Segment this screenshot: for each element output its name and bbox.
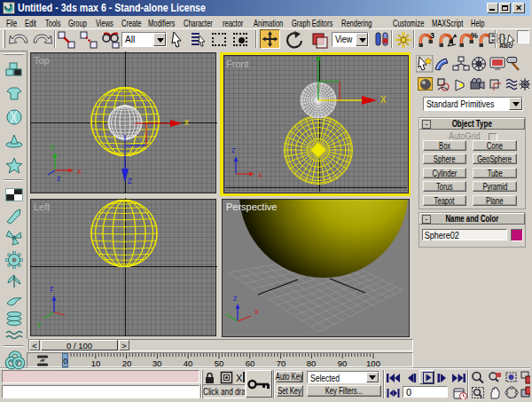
svg-text:z: z (128, 176, 132, 185)
svg-text:x: x (184, 117, 189, 127)
svg-text:90: 90 (338, 359, 348, 368)
svg-text:40: 40 (184, 359, 193, 368)
svg-text:70: 70 (277, 359, 286, 368)
svg-text:x: x (254, 307, 259, 316)
svg-text:30: 30 (153, 359, 162, 368)
svg-text:60: 60 (246, 359, 255, 368)
svg-text:z: z (50, 284, 54, 293)
svg-text:20: 20 (122, 359, 132, 368)
svg-text:x: x (258, 170, 262, 179)
svg-text:X: X (380, 95, 387, 105)
svg-text:x: x (77, 167, 82, 176)
svg-text:z: z (233, 294, 238, 303)
svg-text:10: 10 (91, 359, 101, 368)
svg-text:y: y (37, 319, 42, 328)
svg-text:50: 50 (215, 359, 224, 368)
svg-text:z: z (231, 146, 236, 154)
svg-text:3: 3 (430, 31, 434, 40)
svg-text:z: z (57, 174, 61, 183)
svg-text:100: 100 (366, 359, 380, 368)
svg-text:80: 80 (307, 359, 317, 368)
svg-text:y: y (224, 304, 225, 313)
svg-text:%: % (471, 31, 478, 40)
svg-text:y: y (51, 142, 55, 151)
